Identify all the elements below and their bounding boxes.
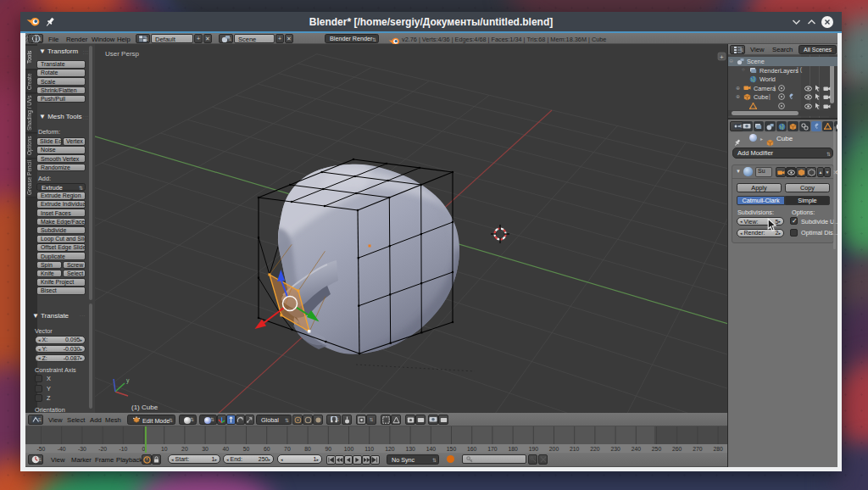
- svg-text:40: 40: [223, 446, 230, 452]
- svg-text:90: 90: [326, 446, 332, 452]
- svg-text:30: 30: [202, 446, 209, 452]
- svg-text:170: 170: [487, 446, 498, 452]
- svg-text:210: 210: [570, 446, 580, 452]
- svg-text:140: 140: [426, 446, 437, 452]
- svg-text:-10: -10: [119, 446, 127, 452]
- svg-text:-20: -20: [98, 446, 107, 452]
- svg-text:80: 80: [304, 446, 311, 452]
- svg-text:280: 280: [713, 446, 723, 452]
- svg-text:120: 120: [385, 446, 395, 452]
- svg-text:270: 270: [693, 446, 703, 452]
- svg-text:60: 60: [264, 446, 270, 452]
- svg-text:110: 110: [364, 446, 374, 452]
- svg-text:100: 100: [344, 446, 354, 452]
- svg-text:User Persp: User Persp: [105, 50, 140, 58]
- svg-text:(1) Cube: (1) Cube: [131, 404, 159, 411]
- svg-text:-40: -40: [58, 446, 66, 452]
- svg-text:240: 240: [632, 446, 642, 452]
- svg-text:y: y: [126, 377, 130, 384]
- svg-text:130: 130: [405, 446, 415, 452]
- svg-text:260: 260: [672, 446, 682, 452]
- svg-text:230: 230: [610, 446, 620, 452]
- svg-text:160: 160: [467, 446, 477, 452]
- svg-text:150: 150: [447, 446, 457, 452]
- svg-text:+: +: [720, 53, 724, 61]
- svg-text:20: 20: [181, 446, 188, 452]
- svg-text:220: 220: [590, 446, 600, 452]
- svg-text:180: 180: [508, 446, 518, 452]
- svg-text:-30: -30: [78, 446, 86, 452]
- svg-text:50: 50: [243, 446, 250, 452]
- svg-text:200: 200: [549, 446, 559, 452]
- svg-text:10: 10: [161, 446, 168, 452]
- svg-text:-50: -50: [37, 446, 46, 452]
- svg-text:250: 250: [652, 446, 662, 452]
- svg-text:70: 70: [284, 446, 291, 452]
- svg-text:190: 190: [529, 446, 539, 452]
